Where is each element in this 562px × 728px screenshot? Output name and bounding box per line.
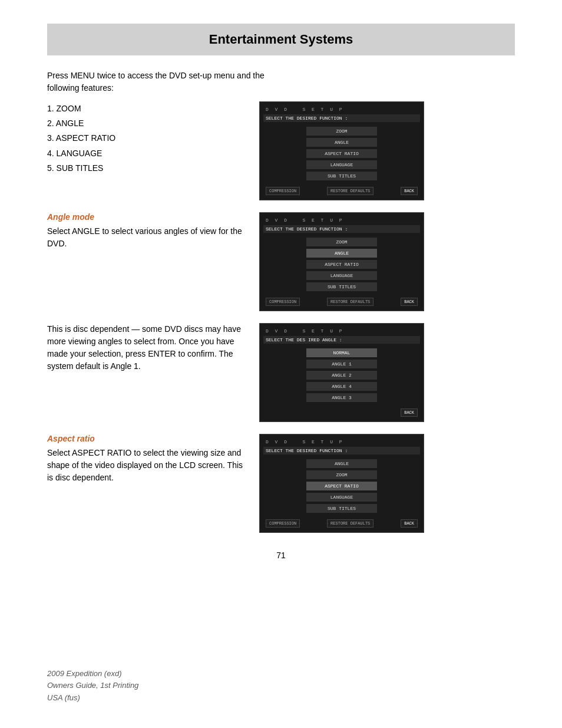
dvd-screen-setup-initial: D V D S E T U P SELECT THE DESIRED FUNCT…: [259, 101, 436, 200]
list-item: 4. LANGUAGE: [47, 146, 247, 161]
features-text-col: 1. ZOOM 2. ANGLE 3. ASPECT RATIO 4. LANG…: [47, 101, 247, 190]
top-section: 1. ZOOM 2. ANGLE 3. ASPECT RATIO 4. LANG…: [47, 101, 515, 200]
aspect-ratio-heading: Aspect ratio: [47, 434, 247, 443]
footer-text: 2009 Expedition (exd) Owners Guide, 1st …: [47, 668, 138, 704]
list-item: 3. ASPECT RATIO: [47, 131, 247, 146]
dvd-screen-aspect-ratio: D V D S E T U P SELECT THE DESIRED FUNCT…: [259, 434, 436, 533]
angle-mode-text-col: Angle mode Select ANGLE to select variou…: [47, 212, 247, 250]
section-angle-detail: This is disc dependent — some DVD discs …: [47, 323, 515, 422]
section-aspect-ratio: Aspect ratio Select ASPECT RATIO to sele…: [47, 434, 515, 533]
angle-detail-text-col: This is disc dependent — some DVD discs …: [47, 323, 247, 373]
intro-text: Press MENU twice to access the DVD set-u…: [47, 70, 271, 94]
list-item: 2. ANGLE: [47, 116, 247, 131]
aspect-ratio-body: Select ASPECT RATIO to select the viewin…: [47, 447, 247, 484]
section-angle-mode: Angle mode Select ANGLE to select variou…: [47, 212, 515, 311]
footer-line3: USA (fus): [47, 693, 80, 702]
aspect-ratio-text-col: Aspect ratio Select ASPECT RATIO to sele…: [47, 434, 247, 484]
header-bar: Entertainment Systems: [47, 24, 515, 55]
list-item: 5. SUB TITLES: [47, 161, 247, 176]
page-container: Entertainment Systems Press MENU twice t…: [0, 0, 562, 728]
list-item: 1. ZOOM: [47, 101, 247, 116]
features-list: 1. ZOOM 2. ANGLE 3. ASPECT RATIO 4. LANG…: [47, 101, 247, 176]
footer-line2: Owners Guide, 1st Printing: [47, 681, 138, 690]
footer-line1: 2009 Expedition (exd): [47, 669, 121, 678]
angle-mode-body: Select ANGLE to select various angles of…: [47, 225, 247, 250]
angle-detail-body: This is disc dependent — some DVD discs …: [47, 323, 247, 373]
dvd-screen-angle-mode: D V D S E T U P SELECT THE DESIRED FUNCT…: [259, 212, 436, 311]
angle-mode-heading: Angle mode: [47, 212, 247, 222]
page-title: Entertainment Systems: [209, 32, 353, 47]
page-number: 71: [47, 551, 515, 560]
dvd-screen-angle-detail: D V D S E T U P SELECT THE DES IRED ANGL…: [259, 323, 436, 422]
